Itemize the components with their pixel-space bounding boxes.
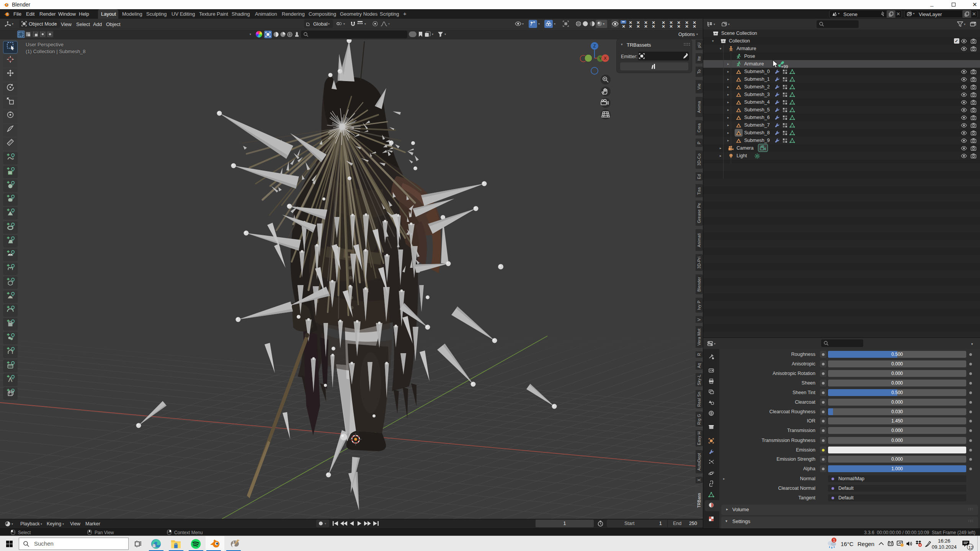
svg-text:X: X xyxy=(604,56,607,60)
svg-text:Y: Y xyxy=(599,57,602,61)
svg-text:Z: Z xyxy=(593,44,596,48)
